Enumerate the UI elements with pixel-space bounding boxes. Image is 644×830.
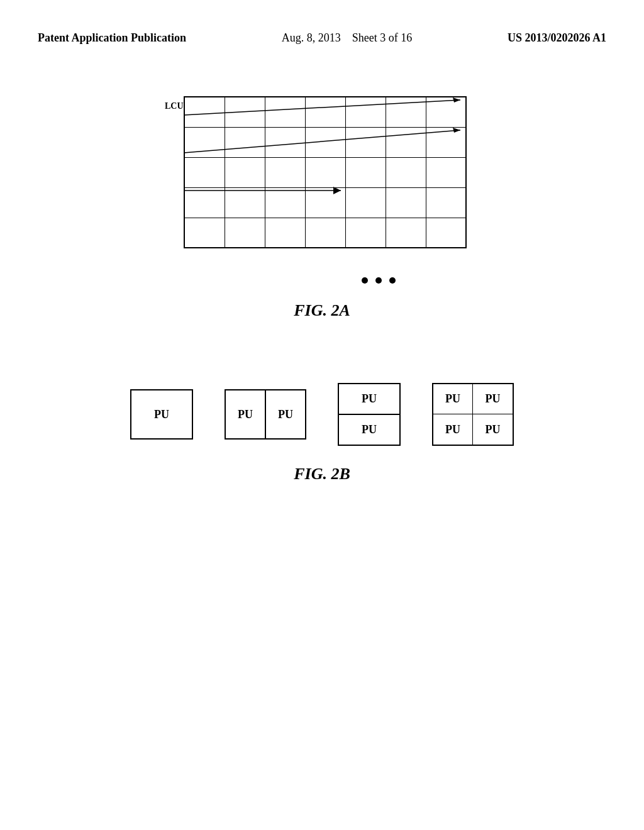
grid-cell <box>345 187 386 218</box>
table-row <box>184 97 466 127</box>
fig2a-section: LCU <box>0 96 644 320</box>
grid-cell <box>225 127 265 157</box>
grid-cell <box>184 97 225 127</box>
pu-top-half: PU <box>339 384 399 415</box>
table-row <box>184 127 466 157</box>
pu-left-half: PU <box>226 390 266 438</box>
fig2a-grid-container: LCU <box>165 96 479 272</box>
pu-two-col-box: PU PU <box>225 389 306 440</box>
grid-cell <box>305 127 345 157</box>
lcu-grid <box>184 96 467 248</box>
grid-cell <box>265 97 305 127</box>
pu-label-bl: PU <box>445 423 460 436</box>
grid-cell <box>305 97 345 127</box>
grid-cell <box>426 127 466 157</box>
date-sheet-info: Aug. 8, 2013 Sheet 3 of 16 <box>282 30 412 46</box>
publication-date: Aug. 8, 2013 <box>282 31 341 44</box>
pu-quad-bl: PU <box>433 414 473 445</box>
grid-cell <box>345 218 386 248</box>
lcu-label: LCU <box>165 101 184 111</box>
pu-two-row-box: PU PU <box>338 383 401 446</box>
pu-label-top: PU <box>362 392 377 406</box>
grid-cell <box>225 157 265 187</box>
grid-cell <box>345 97 386 127</box>
pu-label-left: PU <box>238 408 253 421</box>
fig2b-section: PU PU PU PU PU PU PU <box>0 383 644 484</box>
grid-cell <box>426 187 466 218</box>
pu-quad-br: PU <box>473 414 513 445</box>
grid-cell <box>265 127 305 157</box>
continuation-dots <box>165 277 479 284</box>
dot-2 <box>375 277 382 284</box>
grid-cell <box>345 157 386 187</box>
grid-cell <box>225 187 265 218</box>
pu-bottom-half: PU <box>339 415 399 445</box>
pu-quad-tl: PU <box>433 384 473 414</box>
grid-cell <box>265 157 305 187</box>
grid-cell <box>184 218 225 248</box>
grid-cell <box>386 127 426 157</box>
pu-label-right: PU <box>278 408 293 421</box>
pu-label-tl: PU <box>445 392 460 406</box>
pu-right-half: PU <box>266 390 305 438</box>
pu-label-br: PU <box>486 423 501 436</box>
grid-cell <box>225 218 265 248</box>
grid-cell <box>305 218 345 248</box>
dot-1 <box>362 277 368 284</box>
grid-cell <box>305 157 345 187</box>
pu-four-box: PU PU PU PU <box>432 383 514 446</box>
pu-label-tr: PU <box>486 392 501 406</box>
pu-quad-tr: PU <box>473 384 513 414</box>
pu-single-box: PU <box>130 389 193 440</box>
grid-cell <box>386 218 426 248</box>
publication-label: Patent Application Publication <box>38 30 186 46</box>
grid-cell <box>265 187 305 218</box>
grid-cell <box>265 218 305 248</box>
patent-number: US 2013/0202026 A1 <box>508 30 606 46</box>
grid-cell <box>184 157 225 187</box>
grid-cell <box>426 157 466 187</box>
grid-cell <box>386 157 426 187</box>
grid-cell <box>386 97 426 127</box>
grid-cell <box>386 187 426 218</box>
dot-3 <box>389 277 396 284</box>
grid-cell <box>225 97 265 127</box>
table-row <box>184 218 466 248</box>
fig2b-caption: FIG. 2B <box>294 465 350 484</box>
grid-cell <box>426 218 466 248</box>
fig2a-caption: FIG. 2A <box>294 301 350 320</box>
grid-cell <box>305 187 345 218</box>
pu-label-single: PU <box>154 408 169 421</box>
table-row <box>184 187 466 218</box>
page-header: Patent Application Publication Aug. 8, 2… <box>0 0 644 46</box>
grid-cell <box>345 127 386 157</box>
grid-cell <box>184 187 225 218</box>
grid-cell <box>426 97 466 127</box>
pu-label-bottom: PU <box>362 423 377 436</box>
sheet-info: Sheet 3 of 16 <box>352 31 412 44</box>
grid-cell <box>184 127 225 157</box>
pu-diagrams-row: PU PU PU PU PU PU PU <box>130 383 514 446</box>
table-row <box>184 157 466 187</box>
